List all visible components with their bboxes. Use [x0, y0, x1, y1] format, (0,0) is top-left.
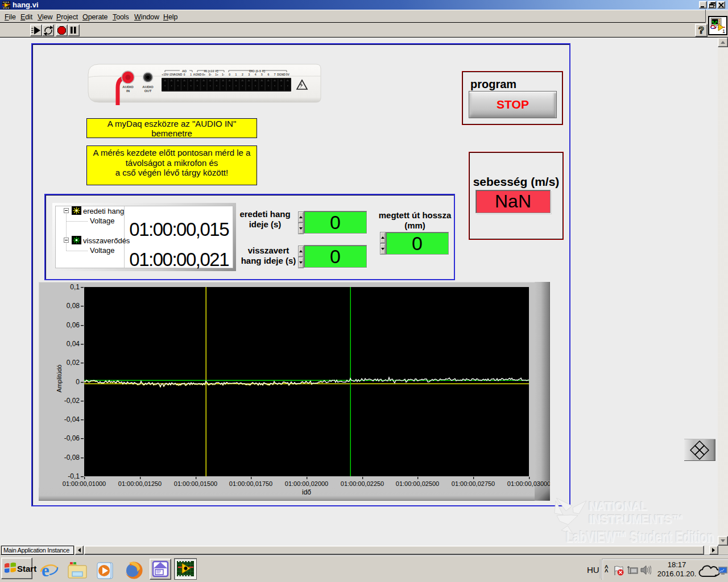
svg-text:01:00:00,02500: 01:00:00,02500	[396, 480, 439, 487]
svg-text:3: 3	[248, 73, 250, 76]
svg-text:01:00:00,01000: 01:00:00,01000	[63, 480, 106, 487]
svg-text:1-: 1-	[222, 73, 225, 76]
svg-text:AI (±10 V): AI (±10 V)	[204, 69, 218, 73]
svg-text:+15V: +15V	[162, 73, 168, 76]
svg-text:AGND: AGND	[174, 73, 183, 76]
svg-text:AGND: AGND	[193, 73, 202, 76]
svg-text:6: 6	[267, 73, 269, 76]
svg-text:-0,02: -0,02	[64, 397, 80, 405]
svg-text:01:00:00,01750: 01:00:00,01750	[229, 480, 272, 487]
svg-text:OUT: OUT	[144, 89, 152, 93]
svg-text:-0,04: -0,04	[64, 415, 80, 423]
svg-text:AO: AO	[182, 69, 187, 73]
svg-text:0,1: 0,1	[70, 283, 80, 291]
svg-text:idő: idő	[302, 488, 311, 496]
svg-text:0: 0	[76, 378, 80, 386]
svg-text:DGND: DGND	[277, 73, 286, 76]
svg-text:0: 0	[229, 73, 230, 76]
svg-text:Amplitúdó: Amplitúdó	[56, 365, 63, 393]
svg-text:01:00:00,02250: 01:00:00,02250	[341, 480, 384, 487]
svg-text:0-: 0-	[209, 73, 212, 76]
svg-text:0,08: 0,08	[67, 302, 80, 310]
svg-text:01:00:00,01500: 01:00:00,01500	[174, 480, 217, 487]
svg-text:DIO (0-5 V): DIO (0-5 V)	[249, 69, 265, 73]
svg-text:0+: 0+	[202, 73, 205, 76]
svg-text:01:00:00,03000: 01:00:00,03000	[507, 480, 550, 487]
svg-text:1+: 1+	[215, 73, 218, 76]
svg-text:0: 0	[184, 73, 185, 76]
svg-text:5: 5	[261, 73, 263, 76]
svg-text:7: 7	[274, 73, 276, 76]
svg-text:0,06: 0,06	[67, 321, 80, 329]
svg-text:0,02: 0,02	[67, 359, 80, 367]
svg-text:5V: 5V	[286, 73, 290, 76]
svg-text:01:00:00,02000: 01:00:00,02000	[285, 480, 328, 487]
svg-text:1: 1	[235, 73, 237, 76]
svg-text:1: 1	[190, 73, 192, 76]
svg-text:-0,08: -0,08	[64, 454, 80, 462]
svg-text:AUDIO: AUDIO	[122, 85, 134, 89]
svg-text:01:00:00,01250: 01:00:00,01250	[118, 480, 162, 487]
svg-text:2: 2	[242, 73, 243, 76]
svg-text:1: 1	[722, 28, 725, 34]
svg-text:IN: IN	[126, 89, 130, 93]
svg-text:0,04: 0,04	[67, 340, 80, 348]
svg-text:01:00:00,02750: 01:00:00,02750	[452, 480, 495, 487]
svg-text:4: 4	[255, 73, 257, 76]
svg-text:e: e	[42, 561, 49, 580]
svg-text:AUDIO: AUDIO	[142, 85, 154, 89]
svg-text:-0,1: -0,1	[68, 472, 80, 480]
svg-text:-0,06: -0,06	[64, 434, 80, 442]
